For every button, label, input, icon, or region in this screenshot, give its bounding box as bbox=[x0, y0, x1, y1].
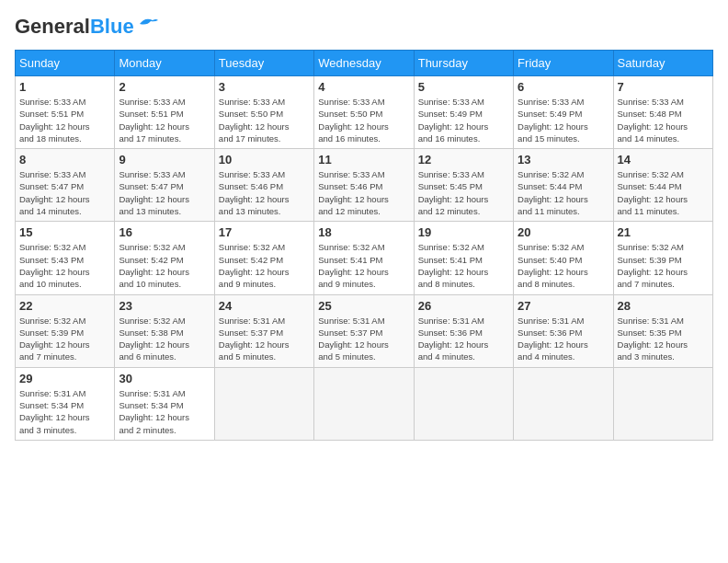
day-number: 16 bbox=[119, 225, 210, 239]
calendar-day-cell bbox=[314, 367, 414, 440]
day-number: 25 bbox=[318, 299, 409, 313]
calendar-day-cell: 2Sunrise: 5:33 AM Sunset: 5:51 PM Daylig… bbox=[115, 76, 214, 149]
calendar-day-cell: 9Sunrise: 5:33 AM Sunset: 5:47 PM Daylig… bbox=[115, 149, 214, 222]
calendar-week-row: 8Sunrise: 5:33 AM Sunset: 5:47 PM Daylig… bbox=[16, 149, 713, 222]
calendar-day-header: Thursday bbox=[414, 51, 513, 76]
day-info: Sunrise: 5:33 AM Sunset: 5:49 PM Dayligh… bbox=[418, 96, 509, 144]
day-info: Sunrise: 5:32 AM Sunset: 5:39 PM Dayligh… bbox=[618, 241, 709, 290]
day-number: 4 bbox=[318, 80, 409, 94]
day-info: Sunrise: 5:31 AM Sunset: 5:37 PM Dayligh… bbox=[219, 315, 310, 363]
calendar-day-cell: 6Sunrise: 5:33 AM Sunset: 5:49 PM Daylig… bbox=[514, 76, 613, 149]
day-info: Sunrise: 5:31 AM Sunset: 5:37 PM Dayligh… bbox=[318, 315, 409, 363]
calendar-day-cell: 24Sunrise: 5:31 AM Sunset: 5:37 PM Dayli… bbox=[214, 294, 313, 367]
day-number: 19 bbox=[418, 225, 509, 239]
calendar-day-cell: 1Sunrise: 5:33 AM Sunset: 5:51 PM Daylig… bbox=[16, 76, 115, 149]
calendar-day-cell: 21Sunrise: 5:32 AM Sunset: 5:39 PM Dayli… bbox=[613, 222, 712, 294]
calendar-day-cell: 17Sunrise: 5:32 AM Sunset: 5:42 PM Dayli… bbox=[214, 222, 313, 294]
calendar-header-row: SundayMondayTuesdayWednesdayThursdayFrid… bbox=[16, 51, 713, 76]
calendar-day-cell: 18Sunrise: 5:32 AM Sunset: 5:41 PM Dayli… bbox=[314, 222, 414, 294]
calendar-day-cell: 16Sunrise: 5:32 AM Sunset: 5:42 PM Dayli… bbox=[115, 222, 214, 294]
day-number: 18 bbox=[318, 225, 409, 239]
calendar-day-header: Tuesday bbox=[214, 51, 313, 76]
day-number: 15 bbox=[19, 225, 110, 239]
calendar-day-cell: 25Sunrise: 5:31 AM Sunset: 5:37 PM Dayli… bbox=[314, 294, 414, 367]
day-info: Sunrise: 5:31 AM Sunset: 5:36 PM Dayligh… bbox=[518, 315, 609, 363]
logo-text: GeneralBlue bbox=[15, 15, 134, 39]
day-info: Sunrise: 5:32 AM Sunset: 5:43 PM Dayligh… bbox=[19, 241, 110, 290]
page-header: GeneralBlue bbox=[15, 15, 713, 39]
day-number: 29 bbox=[19, 372, 110, 385]
calendar-day-cell: 15Sunrise: 5:32 AM Sunset: 5:43 PM Dayli… bbox=[16, 222, 115, 294]
calendar-day-header: Wednesday bbox=[314, 51, 414, 76]
day-number: 6 bbox=[518, 80, 609, 94]
calendar-day-cell: 30Sunrise: 5:31 AM Sunset: 5:34 PM Dayli… bbox=[115, 367, 214, 440]
day-number: 12 bbox=[418, 153, 509, 167]
calendar-day-cell: 7Sunrise: 5:33 AM Sunset: 5:48 PM Daylig… bbox=[613, 76, 712, 149]
calendar-week-row: 29Sunrise: 5:31 AM Sunset: 5:34 PM Dayli… bbox=[16, 367, 713, 440]
calendar-table: SundayMondayTuesdayWednesdayThursdayFrid… bbox=[15, 50, 713, 441]
day-info: Sunrise: 5:31 AM Sunset: 5:35 PM Dayligh… bbox=[618, 315, 709, 363]
day-number: 24 bbox=[219, 299, 310, 313]
calendar-day-cell: 8Sunrise: 5:33 AM Sunset: 5:47 PM Daylig… bbox=[16, 149, 115, 222]
calendar-day-cell: 23Sunrise: 5:32 AM Sunset: 5:38 PM Dayli… bbox=[115, 294, 214, 367]
calendar-day-cell: 5Sunrise: 5:33 AM Sunset: 5:49 PM Daylig… bbox=[414, 76, 513, 149]
calendar-day-cell: 29Sunrise: 5:31 AM Sunset: 5:34 PM Dayli… bbox=[16, 367, 115, 440]
calendar-day-cell: 3Sunrise: 5:33 AM Sunset: 5:50 PM Daylig… bbox=[214, 76, 313, 149]
calendar-day-cell bbox=[613, 367, 712, 440]
calendar-day-cell: 14Sunrise: 5:32 AM Sunset: 5:44 PM Dayli… bbox=[613, 149, 712, 222]
day-info: Sunrise: 5:32 AM Sunset: 5:39 PM Dayligh… bbox=[19, 315, 110, 363]
calendar-day-cell: 12Sunrise: 5:33 AM Sunset: 5:45 PM Dayli… bbox=[414, 149, 513, 222]
day-info: Sunrise: 5:33 AM Sunset: 5:48 PM Dayligh… bbox=[618, 96, 709, 144]
day-number: 17 bbox=[219, 225, 310, 239]
calendar-day-header: Saturday bbox=[613, 51, 712, 76]
day-info: Sunrise: 5:31 AM Sunset: 5:36 PM Dayligh… bbox=[418, 315, 509, 363]
day-number: 10 bbox=[219, 153, 310, 167]
day-info: Sunrise: 5:33 AM Sunset: 5:51 PM Dayligh… bbox=[19, 96, 110, 144]
calendar-day-cell bbox=[214, 367, 313, 440]
day-number: 22 bbox=[19, 299, 110, 313]
day-info: Sunrise: 5:32 AM Sunset: 5:44 PM Dayligh… bbox=[518, 168, 609, 217]
calendar-day-cell: 28Sunrise: 5:31 AM Sunset: 5:35 PM Dayli… bbox=[613, 294, 712, 367]
day-number: 2 bbox=[119, 80, 210, 94]
day-info: Sunrise: 5:33 AM Sunset: 5:50 PM Dayligh… bbox=[318, 96, 409, 144]
calendar-body: 1Sunrise: 5:33 AM Sunset: 5:51 PM Daylig… bbox=[16, 76, 713, 441]
day-info: Sunrise: 5:33 AM Sunset: 5:46 PM Dayligh… bbox=[318, 168, 409, 217]
day-number: 30 bbox=[119, 372, 210, 385]
logo: GeneralBlue bbox=[15, 15, 160, 39]
day-number: 26 bbox=[418, 299, 509, 313]
day-number: 9 bbox=[119, 153, 210, 167]
day-info: Sunrise: 5:32 AM Sunset: 5:42 PM Dayligh… bbox=[219, 241, 310, 290]
day-info: Sunrise: 5:33 AM Sunset: 5:47 PM Dayligh… bbox=[19, 168, 110, 217]
calendar-day-header: Sunday bbox=[16, 51, 115, 76]
day-number: 11 bbox=[318, 153, 409, 167]
calendar-week-row: 1Sunrise: 5:33 AM Sunset: 5:51 PM Daylig… bbox=[16, 76, 713, 149]
day-number: 8 bbox=[19, 153, 110, 167]
day-number: 21 bbox=[618, 225, 709, 239]
logo-bird-icon bbox=[138, 15, 160, 31]
calendar-day-cell: 10Sunrise: 5:33 AM Sunset: 5:46 PM Dayli… bbox=[214, 149, 313, 222]
calendar-day-cell: 27Sunrise: 5:31 AM Sunset: 5:36 PM Dayli… bbox=[514, 294, 613, 367]
day-number: 7 bbox=[618, 80, 709, 94]
calendar-day-cell bbox=[514, 367, 613, 440]
day-number: 14 bbox=[618, 153, 709, 167]
calendar-day-cell: 20Sunrise: 5:32 AM Sunset: 5:40 PM Dayli… bbox=[514, 222, 613, 294]
calendar-day-header: Friday bbox=[514, 51, 613, 76]
calendar-day-cell bbox=[414, 367, 513, 440]
day-number: 5 bbox=[418, 80, 509, 94]
calendar-day-cell: 11Sunrise: 5:33 AM Sunset: 5:46 PM Dayli… bbox=[314, 149, 414, 222]
calendar-day-cell: 19Sunrise: 5:32 AM Sunset: 5:41 PM Dayli… bbox=[414, 222, 513, 294]
calendar-day-header: Monday bbox=[115, 51, 214, 76]
day-info: Sunrise: 5:32 AM Sunset: 5:40 PM Dayligh… bbox=[518, 241, 609, 290]
day-info: Sunrise: 5:33 AM Sunset: 5:49 PM Dayligh… bbox=[518, 96, 609, 144]
day-number: 27 bbox=[518, 299, 609, 313]
day-info: Sunrise: 5:32 AM Sunset: 5:38 PM Dayligh… bbox=[119, 315, 210, 363]
calendar-day-cell: 22Sunrise: 5:32 AM Sunset: 5:39 PM Dayli… bbox=[16, 294, 115, 367]
calendar-day-cell: 13Sunrise: 5:32 AM Sunset: 5:44 PM Dayli… bbox=[514, 149, 613, 222]
day-info: Sunrise: 5:31 AM Sunset: 5:34 PM Dayligh… bbox=[19, 387, 110, 436]
calendar-week-row: 22Sunrise: 5:32 AM Sunset: 5:39 PM Dayli… bbox=[16, 294, 713, 367]
day-number: 13 bbox=[518, 153, 609, 167]
day-info: Sunrise: 5:32 AM Sunset: 5:41 PM Dayligh… bbox=[418, 241, 509, 290]
day-number: 3 bbox=[219, 80, 310, 94]
day-number: 20 bbox=[518, 225, 609, 239]
calendar-week-row: 15Sunrise: 5:32 AM Sunset: 5:43 PM Dayli… bbox=[16, 222, 713, 294]
